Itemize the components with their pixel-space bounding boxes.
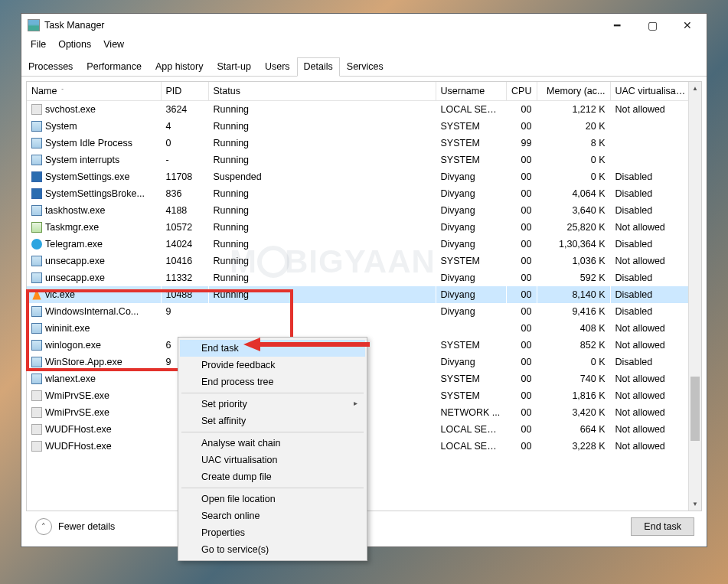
table-row[interactable]: System interrupts-RunningSYSTEM000 K <box>27 152 688 168</box>
cell-memory: 1,212 K <box>537 101 610 118</box>
cell-pid: 11332 <box>161 269 208 286</box>
process-icon <box>31 205 42 216</box>
menu-file[interactable]: File <box>26 38 51 51</box>
col-header-cpu[interactable]: CPU <box>506 82 537 101</box>
cell-username: Divyang <box>436 185 506 202</box>
cell-uac: Disabled <box>610 168 688 185</box>
process-icon <box>31 323 42 334</box>
process-icon <box>31 138 42 148</box>
process-name: System interrupts <box>45 155 119 165</box>
process-name: unsecapp.exe <box>45 256 105 266</box>
table-row[interactable]: svchost.exe3624RunningLOCAL SER...001,21… <box>27 101 688 118</box>
cell-cpu: 00 <box>506 101 537 118</box>
context-search-online[interactable]: Search online <box>180 507 365 524</box>
cell-uac <box>610 118 688 135</box>
table-row[interactable]: taskhostw.exe4188RunningDivyang003,640 K… <box>27 202 688 219</box>
table-row[interactable]: System Idle Process0RunningSYSTEM998 K <box>27 135 688 152</box>
table-row[interactable]: vlc.exe10488RunningDivyang008,140 KDisab… <box>27 286 688 303</box>
col-header-pid[interactable]: PID <box>161 82 208 101</box>
cell-pid: - <box>161 152 208 168</box>
close-button[interactable]: ✕ <box>670 15 705 36</box>
cell-status: Suspended <box>208 168 436 185</box>
cell-pid: 4 <box>161 118 208 135</box>
context-end-task[interactable]: End task <box>180 340 365 357</box>
process-icon <box>31 441 42 452</box>
cell-cpu: 00 <box>506 253 537 269</box>
sort-caret-icon: ˆ <box>57 87 64 94</box>
context-create-dump[interactable]: Create dump file <box>180 468 365 485</box>
end-task-button[interactable]: End task <box>631 517 694 536</box>
cell-username: Divyang <box>436 236 506 253</box>
vertical-scrollbar[interactable]: ▲ ▼ <box>688 82 701 511</box>
tab-performance[interactable]: Performance <box>80 57 149 77</box>
process-icon <box>31 390 42 401</box>
cell-memory: 3,420 K <box>537 404 610 421</box>
context-end-process-tree[interactable]: End process tree <box>180 374 365 390</box>
scroll-thumb[interactable] <box>690 377 700 441</box>
tab-details[interactable]: Details <box>297 57 340 77</box>
table-row[interactable]: SystemSettings.exe11708SuspendedDivyang0… <box>27 168 688 185</box>
cell-pid: 3624 <box>161 101 208 118</box>
cell-cpu: 00 <box>506 354 537 370</box>
tab-app-history[interactable]: App history <box>149 57 211 77</box>
col-header-uac[interactable]: UAC virtualisati... <box>610 82 688 101</box>
cell-status <box>208 320 436 337</box>
context-set-priority[interactable]: Set priority <box>180 396 365 413</box>
col-header-memory[interactable]: Memory (ac... <box>537 82 610 101</box>
menu-options[interactable]: Options <box>54 38 96 51</box>
process-name: Taskmgr.exe <box>45 222 99 233</box>
cell-cpu: 00 <box>506 320 537 337</box>
cell-username: SYSTEM <box>436 253 506 269</box>
context-open-file-location[interactable]: Open file location <box>180 491 365 507</box>
process-icon <box>31 424 42 435</box>
table-row[interactable]: WindowsInternal.Co...9Divyang009,416 KDi… <box>27 303 688 320</box>
cell-status: Running <box>208 286 436 303</box>
process-icon <box>31 289 42 300</box>
table-row[interactable]: unsecapp.exe10416RunningSYSTEM001,036 KN… <box>27 253 688 269</box>
context-go-to-services[interactable]: Go to service(s) <box>180 541 365 558</box>
cell-username: LOCAL SER... <box>436 438 506 455</box>
table-row[interactable]: Taskmgr.exe10572RunningDivyang0025,820 K… <box>27 219 688 236</box>
table-row[interactable]: System4RunningSYSTEM0020 K <box>27 118 688 135</box>
cell-status: Running <box>208 236 436 253</box>
context-set-affinity[interactable]: Set affinity <box>180 413 365 429</box>
cell-pid: 836 <box>161 185 208 202</box>
scroll-up-icon[interactable]: ▲ <box>689 82 701 95</box>
scroll-down-icon[interactable]: ▼ <box>689 498 701 511</box>
col-header-username[interactable]: Username <box>436 82 506 101</box>
context-properties[interactable]: Properties <box>180 524 365 541</box>
table-row[interactable]: unsecapp.exe11332RunningDivyang00592 KDi… <box>27 269 688 286</box>
tab-processes[interactable]: Processes <box>21 57 80 77</box>
cell-username: Divyang <box>436 202 506 219</box>
context-uac-virtualisation[interactable]: UAC virtualisation <box>180 452 365 468</box>
maximize-button[interactable]: ▢ <box>635 15 670 36</box>
tab-start-up[interactable]: Start-up <box>210 57 257 77</box>
col-header-name[interactable]: Nameˆ <box>27 82 161 101</box>
cell-pid: 0 <box>161 135 208 152</box>
table-row[interactable]: SystemSettingsBroke...836RunningDivyang0… <box>27 185 688 202</box>
cell-pid: 14024 <box>161 236 208 253</box>
cell-uac: Not allowed <box>610 253 688 269</box>
cell-uac: Not allowed <box>610 387 688 404</box>
tab-users[interactable]: Users <box>258 57 297 77</box>
cell-cpu: 00 <box>506 421 537 438</box>
fewer-details-button[interactable]: ˄ Fewer details <box>35 518 115 535</box>
process-icon <box>31 188 42 199</box>
tab-services[interactable]: Services <box>340 57 390 77</box>
cell-uac: Disabled <box>610 236 688 253</box>
cell-memory: 8,140 K <box>537 286 610 303</box>
process-icon <box>31 171 42 182</box>
scroll-track[interactable] <box>689 95 701 498</box>
context-analyse-wait-chain[interactable]: Analyse wait chain <box>180 435 365 452</box>
cell-username: Divyang <box>436 286 506 303</box>
process-name: System <box>45 121 77 132</box>
context-provide-feedback[interactable]: Provide feedback <box>180 357 365 374</box>
cell-memory: 0 K <box>537 168 610 185</box>
cell-pid: 10416 <box>161 253 208 269</box>
table-row[interactable]: Telegram.exe14024RunningDivyang001,30,36… <box>27 236 688 253</box>
menu-view[interactable]: View <box>99 38 129 51</box>
minimize-button[interactable]: ━ <box>599 15 635 36</box>
table-row[interactable]: wininit.exe00408 KNot allowed <box>27 320 688 337</box>
cell-username: Divyang <box>436 303 506 320</box>
col-header-status[interactable]: Status <box>208 82 436 101</box>
